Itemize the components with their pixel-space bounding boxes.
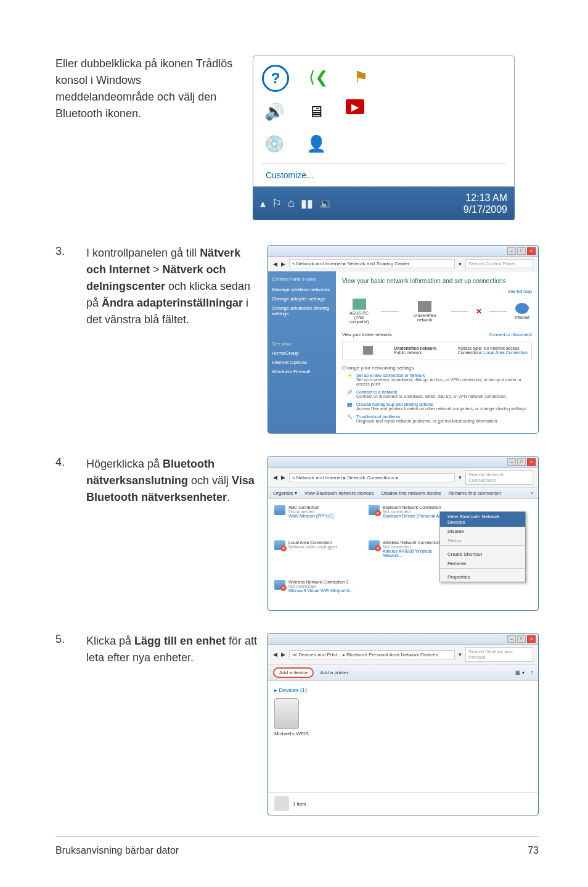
step-5-text: Klicka på Lägg till en enhet för att let… — [86, 633, 258, 666]
maximize-button[interactable]: □ — [517, 247, 526, 255]
connect-disconnect-link[interactable]: Connect or disconnect — [489, 332, 532, 337]
forward-button[interactable]: ▶ — [281, 261, 285, 267]
local-area-link[interactable]: Local Area Connection — [484, 350, 528, 355]
ctx-rename[interactable]: Rename — [440, 559, 525, 568]
show-hidden-icon[interactable]: ▴ — [260, 197, 266, 210]
volume-icon[interactable]: 🔊 — [262, 99, 287, 124]
toolbar-disable[interactable]: Disable this network device — [382, 490, 441, 496]
troubleshoot-link[interactable]: Troubleshoot problems — [356, 415, 498, 419]
sidebar-internet-options[interactable]: Internet Options — [272, 360, 332, 365]
add-device-button[interactable]: Add a device — [273, 667, 314, 678]
customize-link[interactable]: Customize... — [262, 163, 505, 186]
ctx-disable[interactable]: Disable — [440, 527, 525, 536]
search-input[interactable]: Search Devices and Printers — [465, 647, 533, 662]
close-button[interactable]: × — [527, 458, 536, 466]
wifi-icon[interactable]: ▮▮ — [301, 197, 313, 210]
step-4-number: 4. — [55, 456, 74, 611]
step-4-text: Högerklicka på Bluetooth nätverksanslutn… — [86, 456, 258, 506]
forward-button[interactable]: ▶ — [281, 651, 285, 658]
minimize-button[interactable]: – — [507, 635, 516, 643]
clock[interactable]: 12:13 AM 9/17/2009 — [463, 192, 507, 215]
device-item[interactable]: Michael's WEIS — [274, 698, 309, 736]
bluetooth-icon[interactable]: ? — [262, 65, 289, 92]
ctx-properties[interactable]: Properties — [440, 572, 525, 582]
connection-item[interactable]: ABC connectionDisconnectedWAN Miniport (… — [274, 505, 357, 529]
search-input[interactable]: Search Network Connections — [465, 470, 533, 485]
homegroup-link[interactable]: Choose homegroup and sharing options — [356, 402, 527, 406]
sidebar-homegroup[interactable]: HomeGroup — [272, 350, 332, 356]
monitor-icon[interactable]: 🖥 — [304, 99, 329, 124]
forward-button[interactable]: ▶ — [281, 474, 285, 481]
taskbar: ▴ ⚐ ⌂ ▮▮ 🔉 12:13 AM 9/17/2009 — [253, 187, 515, 220]
footer-count: 1 item — [293, 801, 306, 807]
add-printer-button[interactable]: Add a printer — [320, 670, 348, 675]
full-map-link[interactable]: See full map — [342, 289, 532, 294]
action-center-icon[interactable]: ⚑ — [348, 65, 373, 89]
update-icon[interactable]: ▶ — [346, 99, 364, 114]
address-bar[interactable]: ≪ Devices and Print... ▸ Bluetooth Perso… — [289, 650, 455, 659]
maximize-button[interactable]: □ — [517, 458, 526, 466]
network-heading: View your basic network information and … — [342, 278, 532, 284]
context-menu: View Bluetooth Network Devices Disable S… — [439, 511, 526, 582]
connection-item[interactable]: ×Local Area ConnectionNetwork cable unpl… — [274, 540, 357, 569]
network-sharing-center-window: –□× ◀▶ « Network and Internet ▸ Network … — [267, 245, 539, 434]
battery-icon[interactable]: ⌂ — [288, 197, 295, 210]
toolbar-rename[interactable]: Rename this connection — [448, 490, 501, 496]
footer-icon — [274, 796, 289, 811]
sidebar: Control Panel Home Manage wireless netwo… — [268, 271, 336, 433]
back-button[interactable]: ◀ — [273, 474, 277, 481]
user-icon[interactable]: 👤 — [304, 131, 329, 156]
back-button[interactable]: ◀ — [273, 261, 277, 267]
step-5-number: 5. — [55, 633, 74, 815]
disc-icon[interactable]: 💿 — [262, 131, 287, 156]
minimize-button[interactable]: – — [507, 247, 516, 255]
page-footer: Bruksanvisning bärbar dator 73 — [55, 836, 539, 856]
ctx-shortcut[interactable]: Create Shortcut — [440, 550, 525, 559]
address-bar[interactable]: « Network and Internet ▸ Network and Sha… — [289, 259, 455, 268]
back-button[interactable]: ◀ — [273, 651, 277, 658]
organize-menu[interactable]: Organize ▾ — [273, 490, 297, 496]
sidebar-adapter[interactable]: Change adapter settings — [272, 296, 332, 302]
devices-category[interactable]: ▸ Devices (1) — [274, 687, 532, 693]
connect-network-link[interactable]: Connect to a network — [356, 390, 507, 394]
sidebar-wireless[interactable]: Manage wireless networks — [272, 287, 332, 292]
setup-connection-link[interactable]: Set up a new connection or network — [356, 373, 532, 377]
view-options[interactable]: ▦ ▾ — [515, 670, 524, 675]
intro-text: Eller dubbelklicka på ikonen Trådlös kon… — [55, 56, 240, 220]
ctx-view-bt[interactable]: View Bluetooth Network Devices — [440, 512, 525, 527]
speaker-icon[interactable]: 🔉 — [319, 197, 333, 210]
devices-printers-window: –□× ◀▶ ≪ Devices and Print... ▸ Bluetoot… — [267, 633, 539, 815]
sidebar-sharing[interactable]: Change advanced sharing settings — [272, 305, 332, 316]
address-bar[interactable]: « Network and Internet ▸ Network Connect… — [289, 473, 455, 482]
close-button[interactable]: × — [527, 247, 536, 255]
connection-item[interactable]: ×Wireless Network Connection 2Not connec… — [274, 580, 357, 604]
ctx-status: Status — [440, 536, 525, 545]
help-button[interactable]: ? — [531, 670, 533, 675]
step-3-text: I kontrollpanelen gå till Nätverk och In… — [86, 245, 258, 328]
search-input[interactable]: Search Control Panel — [465, 259, 533, 268]
flag-icon[interactable]: ⚐ — [272, 197, 282, 210]
minimize-button[interactable]: – — [507, 458, 516, 466]
maximize-button[interactable]: □ — [517, 635, 526, 643]
network-icon[interactable]: ⟨❮ — [306, 65, 331, 89]
toolbar-view-bt[interactable]: View Bluetooth network devices — [304, 490, 374, 496]
tray-screenshot: ? ⟨❮ ⚑ 🔊 🖥 ▶ 💿 👤 Customize... ▴ — [253, 56, 515, 220]
close-button[interactable]: × — [527, 635, 536, 643]
sidebar-firewall[interactable]: Windows Firewall — [272, 369, 332, 374]
network-connections-window: –□× ◀▶ « Network and Internet ▸ Network … — [267, 456, 539, 611]
step-3-number: 3. — [55, 245, 74, 434]
